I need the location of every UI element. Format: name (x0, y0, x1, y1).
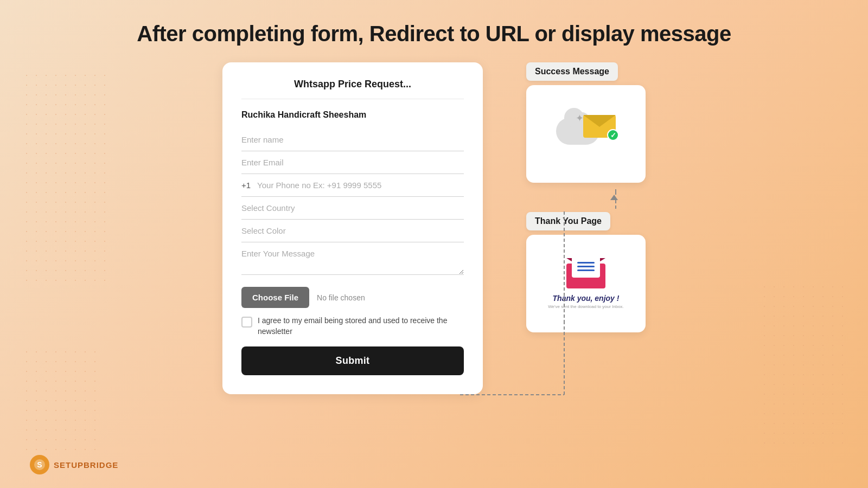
name-input[interactable] (241, 129, 464, 151)
letter-line-2 (577, 266, 595, 267)
flow-section: Success Message ✓ ✦ (526, 62, 646, 332)
checkbox-row: I agree to my email being stored and use… (241, 316, 464, 337)
svg-text:S: S (37, 460, 42, 469)
thankyou-card: Thank you, enjoy ! We've sent the downlo… (526, 235, 646, 332)
form-title: Whtsapp Price Request... (241, 79, 464, 99)
thankyou-label: Thank You Page (526, 212, 610, 230)
email-success-icon: ✓ ✦ (556, 112, 616, 156)
email-input[interactable] (241, 151, 464, 174)
country-input[interactable] (241, 197, 464, 220)
open-envelope-icon (566, 258, 605, 288)
success-card-inner: ✓ ✦ (556, 112, 616, 156)
file-upload-row: Choose File No file chosen (241, 287, 464, 308)
success-flow-item: Success Message ✓ ✦ (526, 62, 646, 183)
thank-you-sub-text: We've sent the download to your Inbox. (548, 304, 624, 309)
form-card: Whtsapp Price Request... Ruchika Handicr… (222, 62, 483, 394)
phone-input[interactable] (257, 174, 464, 196)
success-label: Success Message (526, 62, 618, 81)
letter-line-3 (577, 269, 595, 271)
submit-button[interactable]: Submit (241, 346, 464, 375)
envelope-body: ✓ (583, 115, 616, 138)
page-header: After completing form, Redirect to URL o… (0, 0, 868, 62)
color-input[interactable] (241, 220, 464, 242)
arrow-up-1 (610, 195, 618, 200)
message-field-wrapper (241, 242, 464, 277)
letter-line-1 (577, 262, 595, 264)
message-textarea[interactable] (241, 242, 464, 275)
consent-label: I agree to my email being stored and use… (258, 316, 464, 337)
country-field-wrapper (241, 197, 464, 220)
sparkle-icon: ✦ (576, 112, 584, 124)
envelope-icon: ✓ ✦ (583, 115, 616, 139)
logo-svg: S (34, 459, 46, 471)
form-shop-name: Ruchika Handicraft Sheesham (241, 110, 464, 120)
logo-icon: S (30, 455, 49, 474)
thankyou-flow-item: Thank You Page Thank you, enjoy ! (526, 212, 646, 332)
no-file-label: No file chosen (317, 293, 365, 302)
success-card: ✓ ✦ (526, 85, 646, 183)
dots-decoration-left (22, 70, 108, 287)
thankyou-card-inner: Thank you, enjoy ! We've sent the downlo… (539, 249, 633, 318)
email-field-wrapper (241, 151, 464, 174)
consent-checkbox[interactable] (241, 317, 252, 328)
dots-decoration-bottom-left (22, 347, 98, 455)
dashed-line-1 (615, 189, 616, 195)
choose-file-button[interactable]: Choose File (241, 287, 309, 308)
envelope-flap (583, 115, 616, 127)
dots-decoration-right (760, 282, 846, 445)
open-envelope-letter (572, 255, 600, 278)
page-title: After completing form, Redirect to URL o… (11, 22, 857, 46)
thank-you-text: Thank you, enjoy ! (553, 294, 620, 303)
name-field (241, 129, 464, 151)
phone-prefix: +1 (241, 174, 251, 196)
dashed-line-2 (615, 200, 616, 209)
phone-field-wrapper: +1 (241, 174, 464, 197)
flow-connector-1 (526, 186, 646, 209)
logo-text: SETUPBRIDGE (54, 460, 118, 470)
check-badge-icon: ✓ (607, 129, 619, 141)
main-content: Whtsapp Price Request... Ruchika Handicr… (0, 62, 868, 394)
color-field-wrapper (241, 220, 464, 242)
logo-area: S SETUPBRIDGE (30, 455, 118, 474)
